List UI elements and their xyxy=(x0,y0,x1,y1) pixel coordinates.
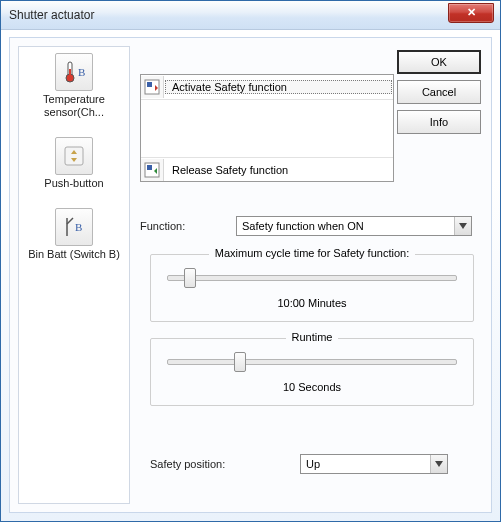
cancel-button-label: Cancel xyxy=(422,86,456,98)
runtime-slider-track[interactable] xyxy=(167,359,457,365)
sidebar-item-temperature[interactable]: B Temperature sensor(Ch... xyxy=(19,53,129,119)
action-row-label: Activate Safety function xyxy=(165,80,392,94)
runtime-title: Runtime xyxy=(151,331,473,343)
max-cycle-slider-track[interactable] xyxy=(167,275,457,281)
function-dropdown-button[interactable] xyxy=(454,217,471,235)
max-cycle-value: 10:00 Minutes xyxy=(151,297,473,309)
svg-line-8 xyxy=(67,218,73,224)
svg-rect-14 xyxy=(147,165,152,170)
info-button[interactable]: Info xyxy=(397,110,481,134)
switch-b-icon: B xyxy=(55,208,93,246)
chevron-down-icon xyxy=(459,223,467,229)
safety-position-value: Up xyxy=(301,458,430,470)
svg-text:B: B xyxy=(75,221,82,233)
close-icon: ✕ xyxy=(467,6,476,18)
svg-rect-11 xyxy=(147,82,152,87)
sidebar-item-label: Bin Batt (Switch B) xyxy=(19,248,129,261)
max-cycle-group: Maximum cycle time for Safety function: … xyxy=(150,254,474,322)
action-list: Activate Safety function Release Safety … xyxy=(140,74,394,182)
runtime-value: 10 Seconds xyxy=(151,381,473,393)
titlebar: Shutter actuator ✕ xyxy=(1,1,500,30)
svg-marker-16 xyxy=(459,223,467,229)
release-safety-icon xyxy=(141,159,164,181)
action-row-label: Release Safety function xyxy=(165,163,392,177)
function-dropdown-value: Safety function when ON xyxy=(237,220,454,232)
inner-frame: B Temperature sensor(Ch... Push-button xyxy=(9,37,492,513)
client-area: B Temperature sensor(Ch... Push-button xyxy=(1,30,500,521)
thermometer-b-icon: B xyxy=(55,53,93,91)
sidebar-item-label: Temperature sensor(Ch... xyxy=(19,93,129,119)
runtime-group: Runtime 10 Seconds xyxy=(150,338,474,406)
max-cycle-title: Maximum cycle time for Safety function: xyxy=(151,247,473,259)
function-label: Function: xyxy=(140,220,185,232)
safety-position-label: Safety position: xyxy=(150,458,225,470)
svg-rect-2 xyxy=(69,69,71,77)
sidebar-item-bin-batt[interactable]: B Bin Batt (Switch B) xyxy=(19,208,129,261)
safety-position-dropdown[interactable]: Up xyxy=(300,454,448,474)
sidebar-item-push-button[interactable]: Push-button xyxy=(19,137,129,190)
sidebar-item-label: Push-button xyxy=(19,177,129,190)
function-dropdown[interactable]: Safety function when ON xyxy=(236,216,472,236)
svg-text:B: B xyxy=(78,66,85,78)
activate-safety-icon xyxy=(141,76,164,98)
chevron-down-icon xyxy=(435,461,443,467)
svg-rect-4 xyxy=(65,147,83,165)
window-title: Shutter actuator xyxy=(9,8,94,22)
ok-button[interactable]: OK xyxy=(397,50,481,74)
ok-button-label: OK xyxy=(431,56,447,68)
info-button-label: Info xyxy=(430,116,448,128)
action-row-release[interactable]: Release Safety function xyxy=(141,157,393,181)
max-cycle-slider-thumb[interactable] xyxy=(184,268,196,288)
push-button-icon xyxy=(55,137,93,175)
safety-position-dropdown-button[interactable] xyxy=(430,455,447,473)
close-button[interactable]: ✕ xyxy=(448,3,494,23)
window-root: Shutter actuator ✕ B Temper xyxy=(0,0,501,522)
cancel-button[interactable]: Cancel xyxy=(397,80,481,104)
runtime-slider-thumb[interactable] xyxy=(234,352,246,372)
action-row-activate[interactable]: Activate Safety function xyxy=(141,75,393,100)
left-panel: B Temperature sensor(Ch... Push-button xyxy=(18,46,130,504)
svg-marker-17 xyxy=(435,461,443,467)
